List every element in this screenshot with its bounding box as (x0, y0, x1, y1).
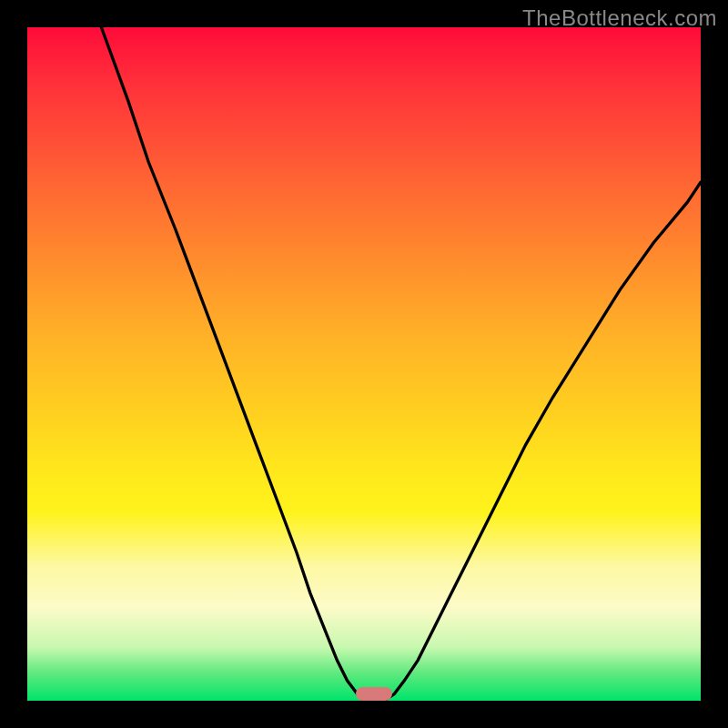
watermark-text: TheBottleneck.com (522, 5, 717, 31)
right-curve (384, 182, 701, 701)
left-curve (101, 27, 364, 701)
plot-area (27, 27, 701, 701)
bottleneck-marker (356, 687, 393, 701)
curves-svg (27, 27, 701, 701)
chart-frame: TheBottleneck.com (0, 0, 728, 728)
